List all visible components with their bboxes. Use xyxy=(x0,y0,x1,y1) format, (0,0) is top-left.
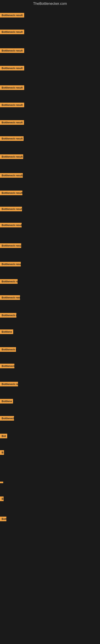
bottleneck-label-9: Bottleneck result xyxy=(0,154,23,159)
bottleneck-result-item: Bottleneck result xyxy=(0,66,24,71)
bottleneck-result-item: Bottleneck re xyxy=(0,279,18,284)
bottleneck-result-item: B xyxy=(0,450,4,456)
bottleneck-result-item: Bottleneck xyxy=(0,416,14,422)
bottleneck-result-item: Bottleneck result xyxy=(0,295,20,301)
bottleneck-label-16: Bottleneck re xyxy=(0,279,18,284)
bottleneck-label-24: Bottleneck xyxy=(0,416,14,420)
bottleneck-label-2: Bottleneck result xyxy=(0,30,24,34)
bottleneck-result-item: Bottleneck result xyxy=(0,13,24,18)
bottleneck-label-18: Bottleneck r xyxy=(0,313,16,318)
bottleneck-result-item: Bottleneck result xyxy=(0,136,24,142)
bottleneck-label-7: Bottleneck result xyxy=(0,120,24,125)
bottleneck-result-item: Bottleneck result xyxy=(0,243,21,249)
bottleneck-label-15: Bottleneck result xyxy=(0,262,21,266)
bottleneck-label-4: Bottleneck result xyxy=(0,66,24,70)
bottleneck-label-28: B xyxy=(0,496,3,501)
bottleneck-label-26: B xyxy=(0,450,4,455)
bottleneck-label-13: Bottleneck result xyxy=(0,223,22,228)
bottleneck-result-item: Bottleneck result xyxy=(0,207,22,212)
bottleneck-label-19: Bottlene xyxy=(0,330,13,334)
bottleneck-label-22: Bottleneck res xyxy=(0,382,18,386)
bottleneck-result-item: Bottleneck result xyxy=(0,262,21,267)
bottleneck-result-item: Bottleneck result xyxy=(0,173,23,178)
bottleneck-label-3: Bottleneck result xyxy=(0,48,24,53)
bottleneck-label-20: Bottleneck r xyxy=(0,347,16,352)
bottleneck-result-item: Bottleneck res xyxy=(0,382,18,387)
bottleneck-label-21: Bottleneck xyxy=(0,364,14,368)
bottleneck-label-11: Bottleneck result xyxy=(0,190,22,195)
bottleneck-result-item: Bottleneck r xyxy=(0,313,16,318)
bottleneck-result-item xyxy=(0,480,3,484)
bottleneck-label-8: Bottleneck result xyxy=(0,136,24,141)
bottleneck-label-5: Bottleneck result xyxy=(0,85,24,90)
bottleneck-result-item: Bottleneck xyxy=(0,364,14,369)
bottleneck-label-27 xyxy=(0,482,3,483)
bottleneck-result-item: Bottlene xyxy=(0,399,13,404)
bottleneck-result-item: Bottleneck r xyxy=(0,347,16,352)
bottleneck-label-29: Bott xyxy=(0,516,6,521)
bottleneck-result-item: Bottleneck result xyxy=(0,85,24,91)
bottleneck-label-17: Bottleneck result xyxy=(0,295,20,300)
bottleneck-label-1: Bottleneck result xyxy=(0,13,24,18)
bottleneck-result-item: Bottleneck result xyxy=(0,223,22,228)
bottleneck-result-item: Bottleneck result xyxy=(0,30,24,35)
bottleneck-label-12: Bottleneck result xyxy=(0,207,22,211)
bottleneck-label-10: Bottleneck result xyxy=(0,173,23,178)
bottleneck-result-item: Bottleneck result xyxy=(0,48,24,54)
bottleneck-result-item: Bottleneck result xyxy=(0,190,22,196)
bottleneck-result-item: B xyxy=(0,496,3,502)
site-title: TheBottlenecker.com xyxy=(0,0,100,7)
bottleneck-result-item: Bottlene xyxy=(0,330,13,335)
bottleneck-label-23: Bottlene xyxy=(0,399,13,404)
bottleneck-result-item: Bottleneck result xyxy=(0,120,24,126)
bottleneck-label-6: Bottleneck result xyxy=(0,103,24,107)
bottleneck-label-25: Bot xyxy=(0,434,7,438)
bottleneck-result-item: Bott xyxy=(0,516,6,522)
bottleneck-result-item: Bottleneck result xyxy=(0,154,23,160)
bottleneck-result-item: Bottleneck result xyxy=(0,103,24,108)
bottleneck-label-14: Bottleneck result xyxy=(0,243,21,248)
bottleneck-result-item: Bot xyxy=(0,434,7,439)
